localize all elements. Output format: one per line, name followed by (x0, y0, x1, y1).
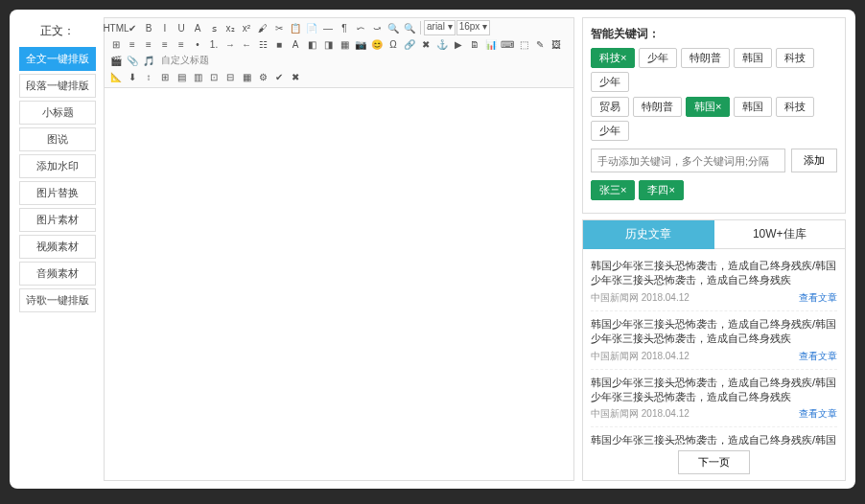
tb-r2-6[interactable]: 1. (206, 36, 222, 52)
tb-r2-5[interactable]: • (190, 36, 205, 52)
tb-r1-8[interactable]: x² (239, 20, 254, 35)
tb-r3-4[interactable]: ▤ (174, 69, 189, 84)
tb-r2-10[interactable]: ■ (271, 36, 287, 52)
keyword-add-button[interactable]: 添加 (791, 149, 837, 172)
article-item: 韩国少年张三接头恐怖袭击，造成自己终身残疾/韩国少年张三接头恐怖袭击，造成自己终… (591, 370, 837, 428)
tb-r2-9[interactable]: ☷ (255, 36, 270, 52)
tb-r2-13[interactable]: ◨ (320, 36, 336, 52)
tb-r1-13[interactable]: — (320, 20, 336, 35)
tb-r3-8[interactable]: ▦ (239, 69, 254, 84)
sidebar-item-6[interactable]: 图片素材 (19, 208, 96, 232)
tb-r3-9[interactable]: ⚙ (255, 69, 270, 84)
tb-r2-22[interactable]: 🗎 (467, 36, 482, 52)
tb-r1-6[interactable]: ꜱ (206, 20, 222, 35)
tb-r2-23[interactable]: 📊 (483, 36, 499, 52)
tb-r2-27[interactable]: 🖼 (549, 36, 564, 52)
tb-r2-1[interactable]: ≡ (125, 36, 140, 52)
keyword-input[interactable] (591, 149, 785, 172)
tb-r3-2[interactable]: ↕ (141, 69, 156, 84)
tb-r2-18[interactable]: 🔗 (402, 36, 417, 52)
keyword-tag[interactable]: 韩国 (734, 48, 772, 68)
size-select[interactable]: 16px ▾ (456, 20, 490, 35)
tb-r1-10[interactable]: ✂ (271, 20, 287, 35)
sidebar-item-3[interactable]: 图说 (19, 127, 96, 151)
keyword-tag[interactable]: 李四× (639, 180, 683, 200)
keyword-tag[interactable]: 科技 (776, 48, 814, 68)
tb-r2-12[interactable]: ◧ (304, 36, 319, 52)
tb-r2-21[interactable]: ▶ (451, 36, 466, 52)
tb-r1-12[interactable]: 📄 (304, 20, 319, 35)
tb-r2-24[interactable]: ⌨ (500, 36, 515, 52)
keyword-tag[interactable]: 少年 (639, 48, 677, 68)
tb-r2-0[interactable]: ⊞ (108, 36, 124, 52)
tb-r2-14[interactable]: ▦ (337, 36, 352, 52)
view-article-link[interactable]: 查看文章 (799, 407, 837, 421)
keyword-tag[interactable]: 少年 (591, 121, 629, 141)
keyword-tag[interactable]: 特朗普 (681, 48, 730, 68)
sidebar-item-9[interactable]: 诗歌一键排版 (19, 288, 96, 312)
tb-r3-5[interactable]: ▥ (190, 69, 205, 84)
keyword-tag[interactable]: 少年 (591, 72, 629, 92)
font-select[interactable]: arial ▾ (424, 20, 456, 35)
sidebar-item-2[interactable]: 小标题 (19, 101, 96, 125)
sidebar-item-4[interactable]: 添加水印 (19, 154, 96, 178)
tb-r2-25[interactable]: ⬚ (516, 36, 531, 52)
tb-r3-10[interactable]: ✔ (271, 69, 287, 84)
tb-r1-18[interactable]: 🔍 (402, 20, 417, 35)
view-article-link[interactable]: 查看文章 (799, 291, 837, 305)
tb-r2-15[interactable]: 📷 (353, 36, 368, 52)
tb-r1-11[interactable]: 📋 (288, 20, 303, 35)
article-item: 韩国少年张三接头恐怖袭击，造成自己终身残疾/韩国少年张三接头恐怖袭击，造成自己终… (591, 427, 837, 445)
keyword-tag[interactable]: 韩国 (734, 97, 772, 117)
sidebar-item-0[interactable]: 全文一键排版 (19, 47, 96, 71)
tb-r1-2[interactable]: B (141, 20, 156, 35)
tb-r2-28[interactable]: 🎬 (108, 53, 124, 68)
tb-r2-16[interactable]: 😊 (369, 36, 385, 52)
tab-history[interactable]: 历史文章 (583, 220, 714, 249)
tb-r1-16[interactable]: ⤻ (369, 20, 385, 35)
tb-r3-3[interactable]: ⊞ (157, 69, 173, 84)
tb-r1-1[interactable]: ✔ (125, 20, 140, 35)
tb-r1-5[interactable]: A (190, 20, 205, 35)
tb-r1-15[interactable]: ⤺ (353, 20, 368, 35)
tb-r3-6[interactable]: ⊡ (206, 69, 222, 84)
tb-r2-7[interactable]: → (222, 36, 238, 52)
tb-r1-7[interactable]: x₂ (222, 20, 238, 35)
keyword-tag[interactable]: 科技× (591, 48, 635, 68)
keyword-tag[interactable]: 韩国× (686, 97, 730, 117)
tb-r2-8[interactable]: ← (239, 36, 254, 52)
sidebar-item-8[interactable]: 音频素材 (19, 262, 96, 286)
tb-r2-17[interactable]: Ω (386, 36, 401, 52)
next-page-button[interactable]: 下一页 (678, 450, 750, 474)
view-article-link[interactable]: 查看文章 (799, 350, 837, 363)
tab-10w[interactable]: 10W+佳库 (714, 220, 846, 249)
tb-r2-4[interactable]: ≡ (174, 36, 189, 52)
editor-body[interactable] (105, 88, 573, 480)
keyword-tag[interactable]: 贸易 (591, 97, 629, 117)
tb-r3-11[interactable]: ✖ (288, 69, 303, 84)
tb-r2-11[interactable]: A (288, 36, 303, 52)
tb-r1-4[interactable]: U (174, 20, 189, 35)
tb-r1-0[interactable]: HTML (108, 20, 124, 35)
tb-r1-14[interactable]: ¶ (337, 20, 352, 35)
tb-r1-3[interactable]: I (157, 20, 173, 35)
sidebar-item-5[interactable]: 图片替换 (19, 181, 96, 205)
keyword-tag[interactable]: 特朗普 (633, 97, 682, 117)
tb-r3-0[interactable]: 📐 (108, 69, 124, 84)
tb-r2-29[interactable]: 📎 (125, 53, 140, 68)
tb-r3-1[interactable]: ⬇ (125, 69, 140, 84)
sidebar-item-7[interactable]: 视频素材 (19, 235, 96, 259)
tb-r1-17[interactable]: 🔍 (386, 20, 401, 35)
tb-r3-7[interactable]: ⊟ (222, 69, 238, 84)
tb-r2-2[interactable]: ≡ (141, 36, 156, 52)
keyword-tag[interactable]: 张三× (591, 180, 635, 200)
tb-r2-26[interactable]: ✎ (532, 36, 548, 52)
tb-r2-3[interactable]: ≡ (157, 36, 173, 52)
sidebar-item-1[interactable]: 段落一键排版 (19, 74, 96, 98)
article-item: 韩国少年张三接头恐怖袭击，造成自己终身残疾/韩国少年张三接头恐怖袭击，造成自己终… (591, 253, 837, 311)
tb-r2-20[interactable]: ⚓ (434, 36, 450, 52)
tb-r1-9[interactable]: 🖌 (255, 20, 270, 35)
tb-r2-19[interactable]: ✖ (418, 36, 433, 52)
tb-r2-30[interactable]: 🎵 (141, 53, 156, 68)
keyword-tag[interactable]: 科技 (776, 97, 814, 117)
